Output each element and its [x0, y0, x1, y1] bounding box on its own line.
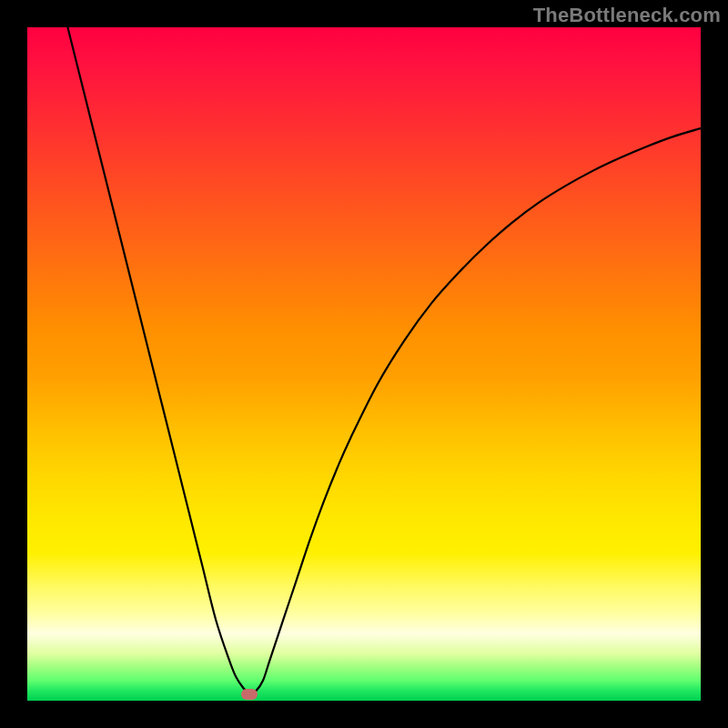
bottleneck-curve	[67, 27, 701, 694]
chart-frame: TheBottleneck.com	[0, 0, 728, 728]
watermark-text: TheBottleneck.com	[533, 4, 721, 27]
optimal-point-marker	[241, 689, 258, 700]
curve-svg	[27, 27, 701, 701]
plot-area	[27, 27, 701, 701]
